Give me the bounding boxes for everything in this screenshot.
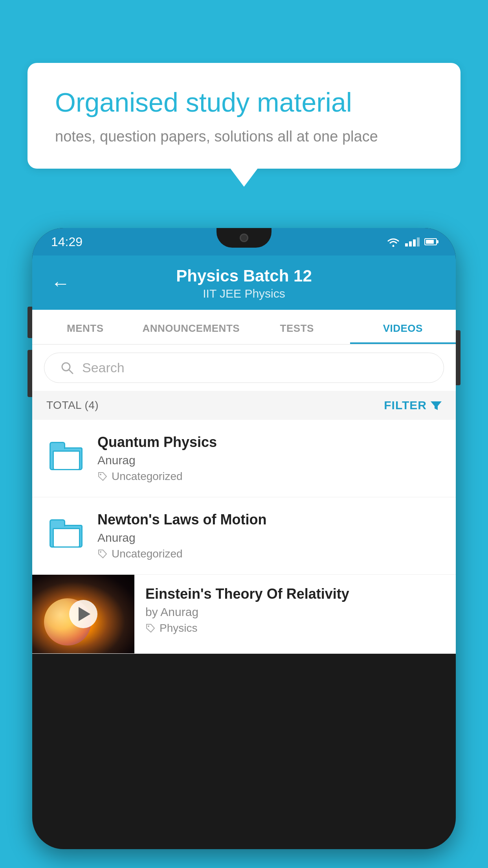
tag-icon [97,471,108,482]
list-item[interactable]: Newton's Laws of Motion Anurag Uncategor… [32,497,456,575]
item-tag: Physics [145,622,445,634]
status-bar: 14:29 [32,228,456,256]
speech-bubble-section: Organised study material notes, question… [28,63,460,187]
battery-level [426,240,434,244]
battery-icon [424,238,437,245]
folder-icon [50,442,83,470]
status-icons [386,237,437,247]
speech-bubble-tail [230,168,258,187]
item-title: Einstein's Theory Of Relativity [145,586,445,602]
tag-label: Physics [160,622,197,634]
total-count: TOTAL (4) [46,399,99,412]
item-tag: Uncategorized [97,470,442,483]
item-icon-wrap [46,436,86,476]
item-title: Newton's Laws of Motion [97,511,442,528]
phone-button-volume-down [28,350,32,397]
header-main-title: Physics Batch 12 [83,267,405,285]
svg-point-4 [100,551,101,553]
tag-label: Uncategorized [112,548,183,560]
bubble-subtitle: notes, question papers, solutions all at… [55,128,433,145]
search-bar-container: Search [32,345,456,391]
item-author: Anurag [97,454,442,467]
list-item[interactable]: Quantum Physics Anurag Uncategorized [32,420,456,497]
tag-icon [145,623,156,633]
search-icon [60,361,74,375]
tag-label: Uncategorized [112,470,183,483]
play-icon [79,607,90,621]
wifi-icon [386,237,400,247]
speech-bubble-card: Organised study material notes, question… [28,63,460,169]
item-title: Quantum Physics [97,434,442,451]
svg-line-1 [69,370,73,373]
tab-videos[interactable]: VIDEOS [350,310,456,344]
phone-screen: 14:29 [32,228,456,849]
item-icon-wrap [46,514,86,553]
thumb-details: Einstein's Theory Of Relativity by Anura… [134,575,456,645]
signal-icon [405,237,420,246]
bubble-title: Organised study material [55,86,433,119]
tabs-bar: MENTS ANNOUNCEMENTS TESTS VIDEOS [32,310,456,345]
item-tag: Uncategorized [97,548,442,560]
folder-tab [50,519,65,526]
search-bar[interactable]: Search [44,353,444,383]
play-button[interactable] [69,600,97,628]
svg-point-3 [100,474,101,475]
list-item-thumb[interactable]: Einstein's Theory Of Relativity by Anura… [32,575,456,654]
folder-icon [50,519,83,548]
filter-label: FILTER [384,399,427,412]
tag-icon [97,549,108,559]
svg-point-5 [148,625,149,627]
svg-marker-2 [431,401,442,410]
item-details: Newton's Laws of Motion Anurag Uncategor… [97,511,442,560]
filter-icon [431,400,442,411]
phone-outer-shell: 14:29 [32,228,456,849]
folder-tab [50,442,65,449]
item-details: Quantum Physics Anurag Uncategorized [97,434,442,483]
camera-icon [240,234,248,242]
folder-front [53,451,80,470]
video-thumbnail [32,575,134,653]
app-header: ← Physics Batch 12 IIT JEE Physics [32,256,456,310]
header-title-block: Physics Batch 12 IIT JEE Physics [83,267,405,300]
phone-mockup: 14:29 [32,228,456,868]
tab-tests[interactable]: TESTS [244,310,350,344]
filter-bar: TOTAL (4) FILTER [32,391,456,420]
filter-button[interactable]: FILTER [384,399,442,412]
header-subtitle: IIT JEE Physics [83,287,405,300]
notch [216,228,272,248]
back-button[interactable]: ← [51,274,70,293]
status-time: 14:29 [51,235,83,249]
search-placeholder: Search [82,360,125,375]
tab-announcements[interactable]: ANNOUNCEMENTS [138,310,244,344]
tab-ments[interactable]: MENTS [32,310,138,344]
folder-front [53,528,80,548]
item-author: Anurag [97,531,442,544]
phone-button-power [456,330,460,385]
phone-button-volume-up [28,307,32,338]
content-list: Quantum Physics Anurag Uncategorized [32,420,456,654]
item-author: by Anurag [145,605,445,619]
